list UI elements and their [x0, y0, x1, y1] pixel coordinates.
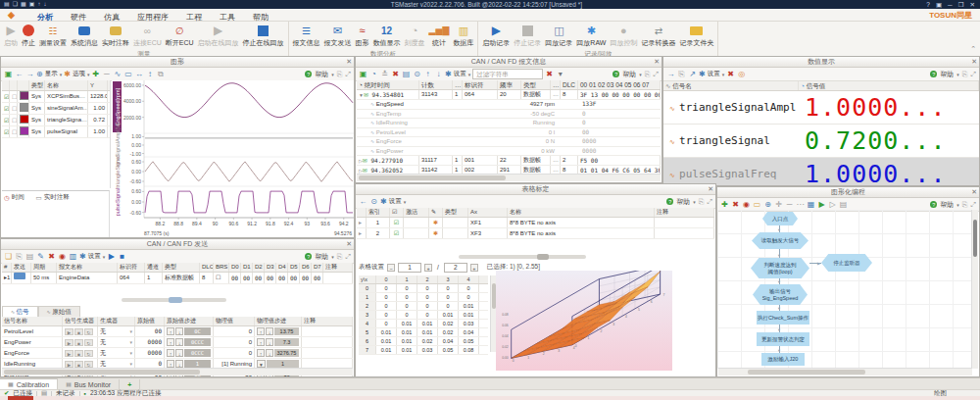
generator-select[interactable]: 无▾: [98, 337, 135, 347]
byte-cell[interactable]: 00: [229, 273, 241, 283]
start-icon[interactable]: ▣: [359, 70, 368, 79]
settings-dropdown[interactable]: ✱设置▾: [699, 70, 724, 78]
curve-mode-icon[interactable]: ∿: [113, 70, 122, 79]
calib-row-XF3[interactable]: ▸2☑✱XF38*8 BYTE no axis: [357, 228, 714, 239]
add-signal-icon[interactable]: →: [666, 70, 675, 79]
grid-cell-5-3[interactable]: 0.02: [438, 328, 459, 336]
send-tab-信号[interactable]: ∿ 信号: [2, 306, 38, 317]
legend-row-triangleSigna…[interactable]: ☑☐SystriangleSigna…0.72: [2, 115, 110, 126]
add-icon[interactable]: ✚: [91, 70, 100, 79]
ribbon-button-停止记录[interactable]: 停止记录: [512, 23, 543, 49]
gen-stop-icon[interactable]: ■: [74, 361, 83, 368]
gen-play-icon[interactable]: ▶: [65, 328, 74, 335]
grid-icon[interactable]: ▦: [807, 200, 815, 210]
back-icon[interactable]: ←: [359, 197, 368, 207]
ribbon-button-启动在线回放[interactable]: ▶启动在线回放: [196, 23, 241, 49]
list-icon[interactable]: ▤: [839, 200, 848, 210]
msg-signal-row-IdleRunning[interactable]: ∿ IdleRunningRunning0: [357, 119, 661, 128]
paste-icon[interactable]: ▤: [25, 252, 34, 262]
close-icon[interactable]: ✕: [708, 184, 713, 194]
grid-cell-2-1[interactable]: 0: [397, 302, 417, 310]
byte-cell[interactable]: 00: [253, 273, 265, 283]
display-dropdown[interactable]: ⊕显示▾: [36, 70, 62, 78]
float-icon[interactable]: ⎘: [699, 198, 705, 206]
quick-action-icon-0[interactable]: ▤: [4, 0, 10, 9]
grid-cell-0-3[interactable]: 0: [438, 284, 459, 292]
delete-icon[interactable]: ✖: [726, 70, 735, 79]
scan-icon[interactable]: ⊙: [413, 70, 421, 79]
close-icon[interactable]: ✕: [971, 187, 977, 197]
send-message-row[interactable]: ▸150 msEngineData0641标准数据帧8☐000000000000…: [2, 273, 353, 284]
help-menu[interactable]: ?帮助▾⎘⤢: [930, 70, 976, 79]
sort-icon[interactable]: ≛: [380, 70, 389, 79]
grid-cell-5-0[interactable]: 0.01: [376, 328, 397, 336]
checkbox-checked-icon[interactable]: ☑: [4, 118, 9, 124]
grid-cell-3-1[interactable]: 0: [397, 311, 417, 319]
expand-icon[interactable]: ⤢: [345, 253, 351, 261]
grid-cell-4-2[interactable]: 0.01: [417, 320, 438, 327]
time-icon[interactable]: ◔: [369, 70, 378, 79]
close-icon[interactable]: ✕: [346, 57, 352, 67]
run-flow-icon[interactable]: ▶: [817, 200, 826, 210]
ribbon-button-报文发送[interactable]: ✉报文发送: [322, 23, 354, 49]
time-tab[interactable]: ◷时间: [4, 193, 24, 202]
grid-col-4[interactable]: 4: [459, 275, 479, 283]
generator-select[interactable]: 无▾: [98, 326, 135, 336]
grid-cell-2-3[interactable]: 0: [438, 302, 459, 310]
app-logo-icon[interactable]: ◈: [8, 10, 15, 20]
msg-hscrollbar[interactable]: [357, 174, 661, 181]
ribbon-button-断开ECU[interactable]: ∅断开ECU: [164, 23, 196, 49]
checkbox-icon[interactable]: ☐: [12, 118, 17, 124]
step-icon[interactable]: ▷: [828, 200, 837, 210]
expand-icon[interactable]: ⤢: [970, 201, 976, 209]
grid-cell-6-1[interactable]: 0.01: [397, 337, 417, 345]
flow-node-4[interactable]: 执行Check_Sum操作: [757, 311, 809, 325]
minimize-icon[interactable]: ─: [948, 0, 953, 9]
byte-cell[interactable]: 00: [300, 273, 312, 283]
annotation-tab[interactable]: ▭实时注释: [35, 193, 69, 202]
signal-row-EngPower[interactable]: EngPower▶■↻无▾0000↑↓0CCC0↑↓7.3: [2, 337, 353, 348]
signal-value-column-header[interactable]: ◔ 信号值: [799, 81, 979, 90]
grid-cell-5-1[interactable]: 0.01: [397, 328, 417, 336]
step-down-icon[interactable]: ↓: [266, 338, 273, 346]
step-up-icon[interactable]: ↑: [167, 327, 174, 335]
send-hscrollbar[interactable]: [2, 368, 353, 375]
add-node-icon[interactable]: ✚: [720, 200, 729, 210]
grid-cell-3-4[interactable]: 0.01: [459, 311, 479, 319]
byte-cell[interactable]: 00: [288, 273, 300, 283]
numeric-row-triangleSignalAmpl[interactable]: ∿ triangleSignalAmpl1.0000...: [663, 91, 979, 125]
grid-cell-1-4[interactable]: 0: [459, 293, 479, 301]
step-down-icon[interactable]: ↓: [266, 349, 273, 357]
gen-stop-icon[interactable]: ■: [74, 339, 83, 346]
ribbon-button-停止在线回放[interactable]: 停止在线回放: [241, 23, 286, 49]
grid-cell-4-4[interactable]: 0.03: [459, 320, 479, 327]
msg-signal-row-EngSpeed[interactable]: ∿ EngSpeed4927 rpm133F: [357, 100, 661, 110]
settings-dropdown[interactable]: ✱设置▾: [380, 197, 406, 206]
columns-icon[interactable]: ▤: [402, 70, 411, 79]
grid-cell-7-4[interactable]: 0.08: [459, 346, 479, 354]
checkbox-checked-icon[interactable]: ☑: [394, 230, 399, 236]
stop-icon[interactable]: ◉: [742, 200, 751, 210]
options-dropdown[interactable]: ✱选项▾: [64, 70, 89, 78]
flow-node-2[interactable]: 判断速度达到阈值(loop): [751, 258, 809, 278]
clear-icon[interactable]: ✖: [391, 70, 400, 79]
byte-cell[interactable]: 00: [312, 273, 323, 283]
flow-node-6[interactable]: 激励输入J20: [761, 353, 805, 366]
msg-col-2[interactable]: …: [453, 80, 463, 89]
flow-hscrollbar[interactable]: [718, 368, 972, 375]
grid-cell-3-2[interactable]: 0: [417, 311, 438, 319]
calib-row-XF1[interactable]: ▸1☑✱XF18*8 BYTE no axis: [357, 218, 714, 228]
help-menu[interactable]: ?帮助▾⎘⤢: [930, 200, 976, 210]
remove-icon[interactable]: ─: [102, 70, 111, 79]
numeric-row-triangleSignal[interactable]: ∿ triangleSignal0.7200...: [663, 125, 979, 158]
close-icon[interactable]: ✕: [654, 57, 660, 67]
legend-row-XCPSimBus…[interactable]: ☑☐SysXCPSimBus…1228.08 rpm: [2, 91, 110, 103]
filter-dropdown-icon[interactable]: ▾: [556, 70, 564, 79]
delete-icon[interactable]: ✖: [47, 252, 56, 262]
float-icon[interactable]: ⎘: [962, 201, 968, 209]
grid-cell-4-0[interactable]: 0: [376, 320, 397, 327]
grid-cell-1-1[interactable]: 0: [397, 293, 417, 301]
step-up-icon[interactable]: ↑: [257, 327, 265, 335]
calib-slider[interactable]: [459, 255, 586, 259]
help-icon[interactable]: ?: [926, 0, 930, 9]
